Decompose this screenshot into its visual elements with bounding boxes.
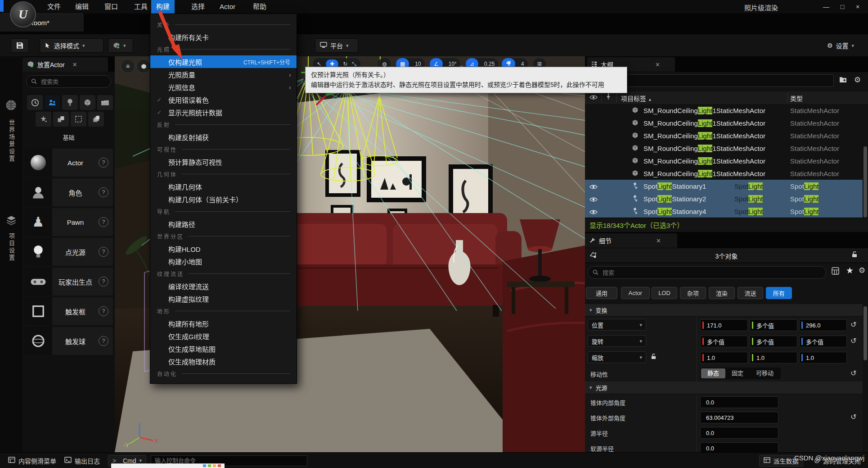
outliner-row[interactable]: SM_RoundCeilingLight1StaticMeshActor Sta… bbox=[585, 117, 863, 129]
filter-chip-3[interactable]: LOD bbox=[652, 287, 677, 299]
value-z[interactable]: 296.0 bbox=[799, 319, 847, 331]
close-icon[interactable]: ✕ bbox=[656, 237, 661, 244]
outliner-scrollbar[interactable] bbox=[864, 146, 867, 218]
menu-8[interactable]: 帮助 bbox=[248, 0, 271, 14]
property-value[interactable]: 0.0 bbox=[700, 396, 778, 408]
menu-item[interactable]: 构建几何体 bbox=[150, 180, 297, 193]
value-x[interactable]: 多个值 bbox=[700, 336, 748, 347]
eye-icon[interactable] bbox=[589, 196, 598, 204]
filter-chip-7[interactable]: 所有 bbox=[766, 287, 792, 299]
menu-item[interactable]: 构建反射捕获 bbox=[150, 131, 297, 143]
menu-1[interactable]: 文件 bbox=[42, 0, 66, 14]
outliner-settings-icon[interactable]: ⚙ bbox=[854, 75, 861, 85]
unreal-logo-icon[interactable]: U bbox=[10, 1, 36, 27]
menu-item[interactable]: 构建所有地形 bbox=[150, 317, 297, 330]
details-search[interactable] bbox=[588, 266, 826, 279]
menu-item[interactable]: 编译纹理流送 bbox=[150, 280, 297, 292]
menu-4[interactable]: 工具 bbox=[129, 0, 153, 14]
menu-3[interactable]: 窗口 bbox=[99, 0, 123, 14]
project-settings-icon[interactable] bbox=[6, 215, 17, 227]
value-x[interactable]: 171.0 bbox=[700, 319, 748, 331]
settings-button[interactable]: ⚙ 设置 ▾ bbox=[823, 38, 862, 53]
details-tab[interactable]: 细节 ✕ bbox=[585, 233, 677, 248]
place-item-actor-sphere[interactable]: Actor ? bbox=[24, 149, 113, 177]
place-item-point-light[interactable]: 点光源 ? bbox=[24, 238, 113, 266]
world-settings-icon[interactable] bbox=[5, 99, 17, 113]
help-icon[interactable]: ? bbox=[99, 187, 108, 197]
world-settings-tab[interactable]: 世界场景设置 bbox=[7, 119, 16, 163]
label-column-header[interactable]: 项目标签 ▲ bbox=[621, 94, 652, 103]
project-settings-tab[interactable]: 项目设置 bbox=[7, 233, 16, 262]
help-icon[interactable]: ? bbox=[99, 277, 108, 286]
menu-item[interactable]: ✓ 显示光照统计数据 bbox=[150, 106, 297, 118]
menu-item[interactable]: 仅生成物理材质 bbox=[150, 355, 297, 368]
help-icon[interactable]: ? bbox=[99, 306, 108, 316]
menu-item[interactable]: 构建几何体（当前关卡） bbox=[150, 193, 297, 205]
outliner-row[interactable]: SM_RoundCeilingLight1StaticMeshActor Sta… bbox=[585, 167, 863, 180]
filter-chip-5[interactable]: 渲染 bbox=[709, 287, 735, 299]
menu-item[interactable]: 仅生成草地贴图 bbox=[150, 342, 297, 355]
outliner-row-selected[interactable]: SpotLightStationary4 SpotLight SpotLight bbox=[585, 205, 863, 218]
outliner-row[interactable]: SM_RoundCeilingLight1StaticMeshActor Sta… bbox=[585, 129, 863, 142]
menu-item[interactable]: 预计算静态可视性 bbox=[150, 155, 297, 168]
outliner-row[interactable]: SM_RoundCeilingLight1StaticMeshActor Sta… bbox=[585, 154, 863, 167]
outliner-row-selected[interactable]: SpotLightStationary2 SpotLight SpotLight bbox=[585, 192, 863, 205]
menu-item[interactable]: 构建小地图 bbox=[150, 255, 297, 268]
menu-2[interactable]: 编辑 bbox=[70, 0, 94, 14]
axis-select-dropdown[interactable]: 缩放▾ bbox=[588, 351, 646, 363]
place-item-character[interactable]: 角色 ? bbox=[24, 178, 113, 206]
save-button[interactable] bbox=[11, 38, 29, 53]
menu-item[interactable]: 光照信息 › bbox=[150, 81, 297, 93]
axis-select-dropdown[interactable]: 旋转▾ bbox=[588, 335, 646, 347]
lock-icon[interactable] bbox=[651, 353, 657, 361]
output-log-button[interactable]: 输出日志 bbox=[64, 456, 100, 465]
reset-icon[interactable]: ↺ bbox=[850, 336, 856, 345]
visibility-column-icon[interactable] bbox=[589, 94, 598, 101]
details-scrollbar[interactable] bbox=[864, 306, 867, 360]
close-button[interactable]: × bbox=[850, 1, 865, 12]
outliner-row[interactable]: SM_RoundCeilingLight1StaticMeshActor Sta… bbox=[585, 142, 863, 154]
filter-chip-6[interactable]: 流送 bbox=[738, 287, 763, 299]
outliner-row-selected[interactable]: SpotLightStationary1 SpotLight SpotLight bbox=[585, 180, 863, 192]
place-item-trigger-box[interactable]: 触发框 ? bbox=[24, 297, 113, 325]
help-icon[interactable]: ? bbox=[99, 158, 108, 168]
reset-icon[interactable]: ↺ bbox=[850, 320, 856, 329]
details-settings-icon[interactable]: ⚙ bbox=[859, 266, 865, 275]
view-mode-button[interactable] bbox=[136, 59, 151, 73]
platform-dropdown[interactable]: 平台 ▾ bbox=[315, 38, 358, 53]
menu-item[interactable]: 构建路径 bbox=[150, 218, 297, 230]
reset-icon[interactable]: ↺ bbox=[850, 413, 856, 421]
help-icon[interactable]: ? bbox=[99, 217, 108, 227]
favorites-icon[interactable]: ★ bbox=[846, 265, 854, 276]
menu-item[interactable]: ✓ 使用错误着色 bbox=[150, 93, 297, 106]
mobility-option-1[interactable]: 静态 bbox=[701, 368, 725, 378]
pin-column-icon[interactable] bbox=[606, 93, 611, 101]
content-drawer-button[interactable]: 内容侧滑菜单 bbox=[8, 456, 56, 465]
minimize-button[interactable]: — bbox=[819, 1, 834, 12]
value-y[interactable]: 多个值 bbox=[750, 336, 797, 347]
outliner-search-input[interactable] bbox=[594, 77, 829, 85]
viewport-options-button[interactable]: ≡ bbox=[121, 59, 135, 73]
filter-chip-4[interactable]: 杂项 bbox=[680, 287, 706, 299]
axis-select-dropdown[interactable]: 位置▾ bbox=[588, 319, 646, 331]
value-z[interactable]: 多个值 bbox=[799, 336, 847, 347]
section-transform[interactable]: ▾变换 bbox=[585, 304, 863, 317]
menu-item[interactable]: 构建虚拟纹理 bbox=[150, 292, 297, 305]
eye-icon[interactable] bbox=[589, 183, 598, 191]
value-z[interactable]: 1.0 bbox=[799, 352, 847, 363]
place-item-trigger-sphere[interactable]: 触发球 ? bbox=[24, 327, 113, 355]
reset-icon[interactable]: ↺ bbox=[850, 369, 856, 377]
close-icon[interactable]: ✕ bbox=[655, 61, 660, 68]
details-search-input[interactable] bbox=[602, 269, 821, 277]
value-y[interactable]: 1.0 bbox=[750, 352, 797, 363]
value-x[interactable]: 1.0 bbox=[700, 352, 748, 363]
select-mode-dropdown[interactable]: 选择模式 ▾ bbox=[40, 38, 103, 53]
add-actor-dropdown[interactable]: ▾ bbox=[108, 38, 133, 53]
menu-7[interactable]: Actor bbox=[215, 0, 240, 14]
menu-item[interactable]: 光照质量 › bbox=[150, 68, 297, 81]
type-column-header[interactable]: 类型 bbox=[790, 94, 803, 103]
maximize-button[interactable]: □ bbox=[835, 1, 850, 12]
help-icon[interactable]: ? bbox=[99, 247, 108, 257]
value-y[interactable]: 多个值 bbox=[750, 319, 797, 331]
mobility-option-3[interactable]: 可移动 bbox=[750, 368, 780, 378]
